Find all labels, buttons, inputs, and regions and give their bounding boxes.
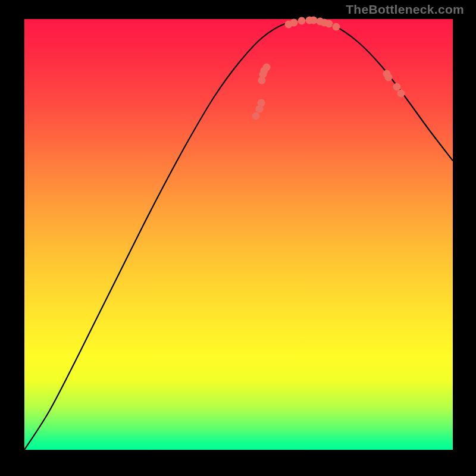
- scatter-points: [252, 17, 405, 120]
- data-point: [290, 19, 298, 27]
- chart-svg: [24, 19, 453, 450]
- data-point: [252, 112, 260, 120]
- chart-frame: TheBottleneck.com: [0, 0, 476, 476]
- data-point: [325, 20, 333, 28]
- data-point: [263, 64, 271, 71]
- data-point: [310, 17, 318, 24]
- data-point: [385, 74, 393, 82]
- data-point: [397, 90, 405, 98]
- data-point: [393, 83, 401, 91]
- watermark-text: TheBottleneck.com: [346, 2, 464, 17]
- data-point: [333, 23, 340, 31]
- data-point: [258, 99, 265, 107]
- data-point: [298, 17, 306, 25]
- bottleneck-curve: [24, 19, 453, 450]
- plot-area: [24, 19, 453, 450]
